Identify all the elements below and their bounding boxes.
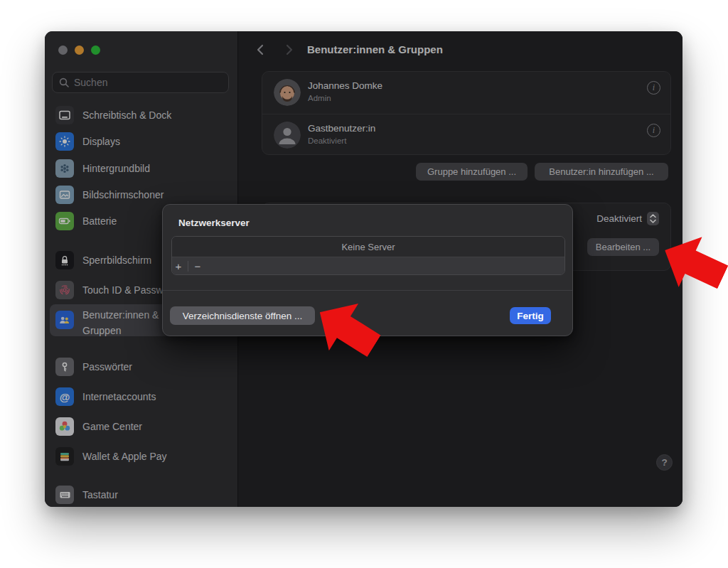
remove-server-button[interactable]: − — [191, 261, 204, 272]
dialog-separator — [163, 290, 572, 291]
dialog-title: Netzwerkserver — [178, 218, 250, 228]
done-button[interactable]: Fertig — [510, 307, 551, 324]
server-list: Keine Server + − — [171, 236, 565, 275]
add-server-button[interactable]: + — [172, 261, 185, 272]
open-directory-services-button[interactable]: Verzeichnisdienste öffnen ... — [170, 306, 315, 325]
list-toolbar-divider — [188, 261, 188, 272]
network-server-dialog: Netzwerkserver Keine Server + − Verzeich… — [162, 204, 573, 336]
server-list-empty-label: Keine Server — [172, 237, 564, 257]
